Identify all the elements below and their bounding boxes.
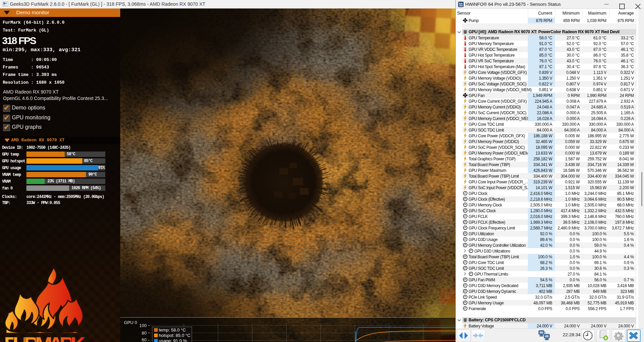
svg-text:FURMARK: FURMARK	[4, 333, 86, 342]
